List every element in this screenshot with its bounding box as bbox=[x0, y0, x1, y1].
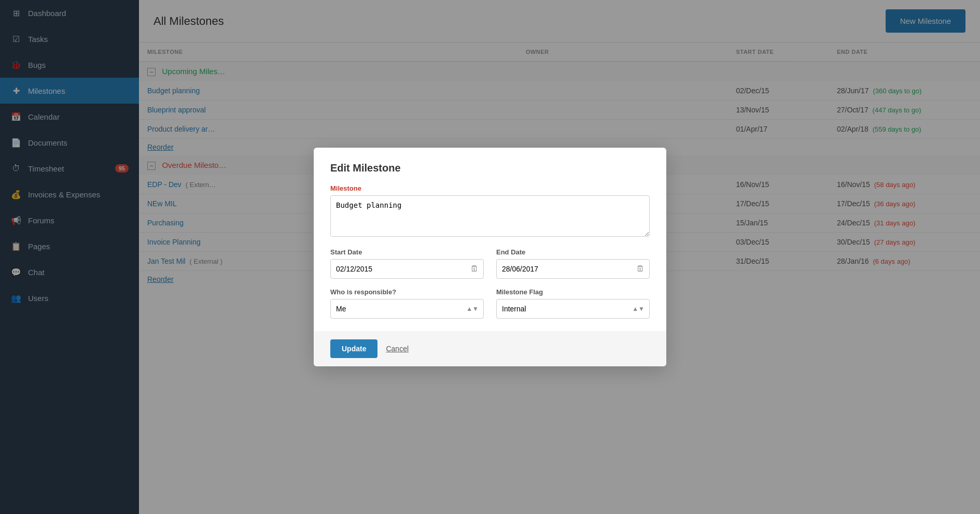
flag-col: Milestone Flag Internal External None ▲▼ bbox=[496, 288, 650, 319]
flag-select-wrap: Internal External None ▲▼ bbox=[496, 299, 650, 319]
end-date-input[interactable] bbox=[496, 259, 650, 279]
end-date-wrap: 🗓 bbox=[496, 259, 650, 279]
edit-milestone-modal: Edit Milestone Milestone Budget planning… bbox=[314, 148, 666, 366]
responsible-label: Who is responsible? bbox=[330, 288, 484, 296]
end-date-col: End Date 🗓 bbox=[496, 248, 650, 279]
start-date-wrap: 🗓 bbox=[330, 259, 484, 279]
calendar-icon-end[interactable]: 🗓 bbox=[636, 264, 645, 274]
cancel-button[interactable]: Cancel bbox=[386, 345, 409, 353]
start-date-input[interactable] bbox=[330, 259, 484, 279]
milestone-textarea[interactable]: Budget planning bbox=[330, 195, 650, 237]
flag-label: Milestone Flag bbox=[496, 288, 650, 296]
date-row: Start Date 🗓 End Date 🗓 bbox=[330, 248, 650, 279]
calendar-icon-start[interactable]: 🗓 bbox=[470, 264, 479, 274]
modal-title: Edit Milestone bbox=[330, 162, 650, 174]
start-date-col: Start Date 🗓 bbox=[330, 248, 484, 279]
responsible-row: Who is responsible? Me Team Member 1 Tea… bbox=[330, 288, 650, 319]
responsible-col: Who is responsible? Me Team Member 1 Tea… bbox=[330, 288, 484, 319]
flag-select[interactable]: Internal External None bbox=[496, 299, 650, 319]
modal-footer: Update Cancel bbox=[314, 331, 666, 366]
update-button[interactable]: Update bbox=[330, 339, 377, 358]
responsible-select-wrap: Me Team Member 1 Team Member 2 ▲▼ bbox=[330, 299, 484, 319]
modal-overlay[interactable]: Edit Milestone Milestone Budget planning… bbox=[0, 0, 980, 514]
end-date-label: End Date bbox=[496, 248, 650, 256]
responsible-select[interactable]: Me Team Member 1 Team Member 2 bbox=[330, 299, 484, 319]
start-date-label: Start Date bbox=[330, 248, 484, 256]
milestone-field-label: Milestone bbox=[330, 184, 650, 192]
